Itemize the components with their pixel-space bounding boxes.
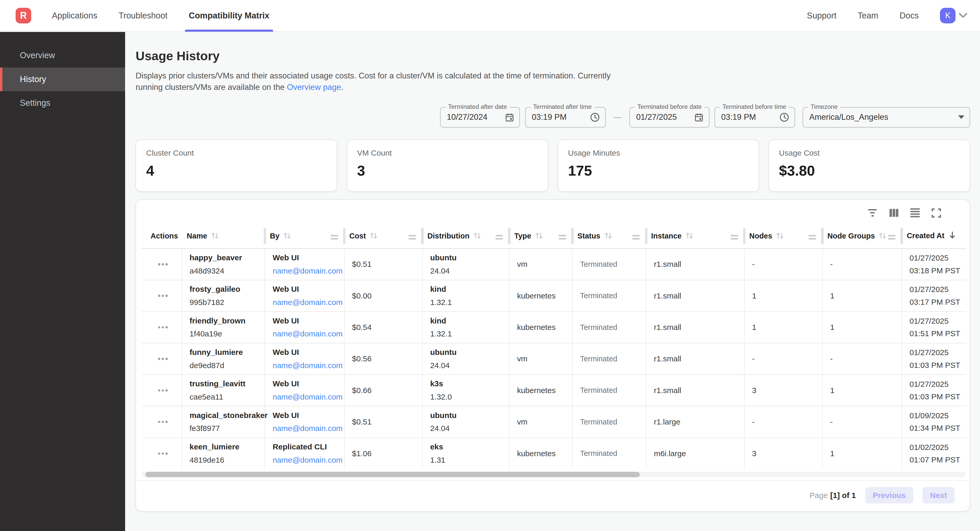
column-header-name[interactable]: Name [182,223,265,249]
column-resize-handle[interactable] [421,228,424,244]
column-header-by[interactable]: By [265,223,344,249]
cell-instance: r1.small [646,280,744,311]
sort-icon[interactable] [604,232,612,239]
clock-icon[interactable] [590,112,600,123]
sort-desc-icon[interactable] [948,231,956,239]
nav-link-support[interactable]: Support [807,11,837,21]
row-actions-button[interactable] [149,280,177,311]
nav-item-troubleshoot[interactable]: Troubleshoot [108,0,178,32]
cell-by: Web UIname@domain.com [265,343,344,375]
created-by-email-link[interactable]: name@domain.com [272,298,339,307]
column-menu-icon[interactable] [331,233,338,242]
created-by-email-link[interactable]: name@domain.com [272,330,339,338]
cell-distribution: ubuntu24.04 [422,343,509,375]
node-groups-value: 1 [830,386,897,395]
column-resize-handle[interactable] [900,228,903,244]
nav-link-docs[interactable]: Docs [900,11,919,21]
instance-value: r1.small [654,323,739,332]
nav-item-compatibility-matrix[interactable]: Compatibility Matrix [178,0,280,32]
replicated-logo[interactable]: R [16,8,31,24]
dot [165,295,167,297]
nav-item-applications[interactable]: Applications [41,0,108,32]
sort-icon[interactable] [473,232,481,239]
created-date: 01/27/2025 [910,348,961,357]
row-actions-button[interactable] [149,375,177,406]
nodes-value: 3 [752,449,817,458]
terminated-before-time-field[interactable]: Terminated before time 03:19 PM [714,107,795,128]
calendar-icon[interactable] [694,112,704,122]
terminated-before-date-field[interactable]: Terminated before date 01/27/2025 [629,107,710,128]
row-actions-button[interactable] [149,438,177,469]
density-icon[interactable] [910,208,921,218]
created-by-email-link[interactable]: name@domain.com [272,456,339,464]
column-header-status[interactable]: Status [573,223,646,249]
dot [162,358,164,360]
row-actions-button[interactable] [149,312,177,342]
clock-icon[interactable] [779,112,790,123]
column-header-instance[interactable]: Instance [646,223,744,249]
instance-value: r1.small [654,260,739,269]
calendar-icon[interactable] [504,112,514,122]
created-date: 01/27/2025 [910,317,961,325]
column-resize-handle[interactable] [508,228,511,244]
column-menu-icon[interactable] [888,233,896,242]
created-by-email-link[interactable]: name@domain.com [272,393,339,401]
column-resize-handle[interactable] [264,228,266,244]
columns-icon[interactable] [888,208,899,218]
sidebar-item-settings[interactable]: Settings [0,91,125,115]
column-header-distribution[interactable]: Distribution [422,223,509,249]
row-actions-button[interactable] [149,406,177,437]
cell-type: kubernetes [509,438,573,469]
usage-table-card: ActionsNameByCostDistributionTypeStatusI… [135,199,970,512]
column-header-cost[interactable]: Cost [344,223,422,249]
nodes-value: - [752,260,817,269]
timezone-select[interactable]: Timezone America/Los_Angeles [803,107,970,128]
overview-page-link[interactable]: Overview page [287,82,341,92]
sidebar-item-history[interactable]: History [0,68,125,91]
sort-icon[interactable] [535,232,543,239]
column-menu-icon[interactable] [632,233,640,242]
created-by-email-link[interactable]: name@domain.com [272,424,339,433]
sort-icon[interactable] [776,232,784,239]
fullscreen-icon[interactable] [931,208,942,218]
created-time: 01:51 PM PST [910,329,961,338]
column-menu-icon[interactable] [558,233,566,242]
next-page-button[interactable]: Next [923,487,955,504]
column-header-created[interactable]: Created At [902,223,966,249]
column-menu-icon[interactable] [495,233,503,242]
type-value: kubernetes [517,449,567,458]
sort-icon[interactable] [283,232,291,239]
column-resize-handle[interactable] [821,228,824,244]
column-header-nodes[interactable]: Nodes [745,223,822,249]
terminated-after-date-field[interactable]: Terminated after date 10/27/2024 [440,107,520,128]
column-menu-icon[interactable] [730,233,738,242]
column-resize-handle[interactable] [743,228,746,244]
sort-icon[interactable] [369,232,378,239]
column-resize-handle[interactable] [571,228,574,244]
row-actions-button[interactable] [149,344,177,374]
cell-instance: r1.small [646,343,744,375]
cell-actions [142,311,182,343]
created-by-email-link[interactable]: name@domain.com [272,266,339,275]
sort-icon[interactable] [685,232,694,239]
sidebar-item-overview[interactable]: Overview [0,44,125,67]
sort-icon[interactable] [211,232,219,239]
terminated-after-time-field[interactable]: Terminated after time 03:19 PM [525,107,606,128]
filter-icon[interactable] [867,208,878,218]
created-by-email-link[interactable]: name@domain.com [272,361,339,370]
scrollbar-thumb[interactable] [145,472,640,477]
column-resize-handle[interactable] [645,228,648,244]
column-resize-handle[interactable] [343,228,346,244]
cell-node_groups: 1 [822,311,902,343]
previous-page-button[interactable]: Previous [865,487,913,504]
user-menu[interactable]: K [940,8,967,24]
column-header-type[interactable]: Type [509,223,573,249]
column-header-node_groups[interactable]: Node Groups [822,223,902,249]
nav-link-team[interactable]: Team [858,11,878,21]
column-menu-icon[interactable] [808,233,816,242]
distribution-version: 1.32.0 [430,393,504,401]
column-menu-icon[interactable] [409,233,416,242]
cell-distribution: ubuntu24.04 [422,406,509,437]
sort-icon[interactable] [878,232,887,239]
row-actions-button[interactable] [149,249,177,280]
